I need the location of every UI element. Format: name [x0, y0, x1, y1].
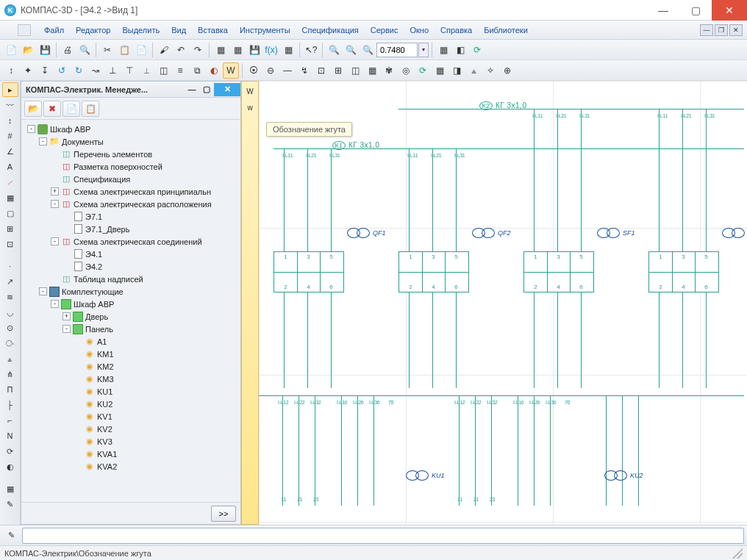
tb-btn[interactable]: ⦿ [246, 62, 262, 79]
refresh-button[interactable]: ⟳ [469, 42, 485, 58]
save2-button[interactable]: 💾 [246, 42, 262, 58]
lt-btn[interactable]: ≋ [2, 290, 18, 304]
close-button[interactable]: ✕ [712, 0, 747, 21]
menu-file[interactable]: Файл [40, 24, 68, 37]
expand-button[interactable]: - [39, 137, 47, 146]
menu-insert[interactable]: Вставка [193, 24, 232, 37]
expand-button[interactable]: - [51, 300, 59, 308]
lt-btn[interactable]: · [2, 259, 18, 273]
tb-btn[interactable]: ⟳ [415, 62, 431, 79]
new-button[interactable]: 📄 [3, 42, 19, 58]
tree-node[interactable]: Э7.1 [24, 210, 239, 223]
tree-node[interactable]: ◉KM1 [24, 348, 239, 360]
tree-node[interactable]: ◉KV3 [24, 435, 239, 448]
tree-node[interactable]: -◫Схема электрическая расположения [24, 198, 239, 210]
lt-btn[interactable]: A [2, 159, 18, 174]
zoom-fit-button[interactable]: 🔍 [326, 42, 342, 58]
tb-btn[interactable]: ▦ [364, 62, 380, 79]
lt-btn[interactable]: 〰 [2, 98, 18, 112]
new-item-button[interactable]: 📄 [62, 101, 80, 117]
tree-node[interactable]: -Панель [24, 323, 239, 335]
doc-minimize-button[interactable]: — [700, 24, 713, 36]
doc-close-button[interactable]: ✕ [729, 24, 743, 36]
lt-btn[interactable]: ⧃ [2, 336, 18, 351]
lt-btn[interactable]: ⊙ [2, 320, 18, 335]
help-arrow-button[interactable]: ↖? [303, 42, 319, 58]
lt-btn[interactable]: ⊞ [2, 221, 18, 236]
lt-btn[interactable]: ◡ [2, 305, 18, 320]
tb-btn[interactable]: ◫ [347, 62, 363, 79]
wire-label-button[interactable]: W [223, 62, 239, 79]
lt-btn[interactable]: ▢ [2, 206, 18, 220]
menu-select[interactable]: Выделить [118, 24, 164, 37]
tb-btn[interactable]: ✧ [482, 62, 498, 79]
lt-btn[interactable]: ⟳ [2, 444, 18, 459]
zoom-out-button[interactable]: 🔍 [360, 42, 376, 58]
open-button[interactable]: 📂 [20, 42, 36, 58]
expand-button[interactable]: - [51, 200, 59, 208]
expand-button[interactable]: >> [211, 506, 236, 522]
lt-btn[interactable]: ▦ [2, 190, 18, 205]
tb-btn[interactable]: ▦ [229, 42, 246, 58]
fx-button[interactable]: f(x) [263, 42, 279, 58]
tree-node[interactable]: ◉KU1 [24, 385, 239, 398]
tree-node[interactable]: ◉KM2 [24, 360, 239, 373]
tree-node[interactable]: -Шкаф АВР [24, 298, 239, 310]
tree-node[interactable]: -◫Схема электрическая соединений [24, 235, 239, 248]
minimize-button[interactable]: — [647, 0, 679, 21]
tb-btn[interactable]: ↧ [37, 62, 53, 79]
tb-btn[interactable]: ⊡ [313, 62, 329, 79]
tb-btn[interactable]: ▦ [432, 62, 448, 79]
tree-node[interactable]: +Дверь [24, 310, 239, 323]
menu-editor[interactable]: Редактор [71, 24, 115, 37]
lt-cursor[interactable]: ▸ [2, 82, 18, 97]
tb-btn[interactable]: ◎ [398, 62, 414, 79]
menu-view[interactable]: Вид [167, 24, 190, 37]
tree-node[interactable]: ◉KVA1 [24, 448, 239, 460]
tb-btn[interactable]: ⟁ [465, 62, 482, 79]
lt-btn[interactable]: ✎ [2, 497, 18, 511]
lt-btn[interactable]: # [2, 129, 18, 143]
lt-btn[interactable]: Π [2, 382, 18, 397]
panel-minimize-button[interactable]: — [185, 83, 199, 96]
tree-node[interactable]: Э4.1 [24, 248, 239, 260]
print-button[interactable]: 🖨 [60, 42, 76, 58]
brush-button[interactable]: 🖌 [156, 42, 172, 58]
menu-tools[interactable]: Инструменты [235, 24, 295, 37]
tb-btn[interactable]: ✦ [20, 62, 36, 79]
tb-btn[interactable]: ↝ [87, 62, 104, 79]
tree-node[interactable]: -Комплектующие [24, 285, 239, 298]
tree-node[interactable]: ◉KV1 [24, 410, 239, 423]
tb-btn[interactable]: ⟂ [138, 62, 154, 79]
expand-button[interactable]: - [27, 125, 35, 133]
panel-restore-button[interactable]: ▢ [199, 83, 214, 96]
tree-node[interactable]: -📁Документы [24, 135, 239, 148]
project-tree[interactable]: -Шкаф АВР-📁Документы◫Перечень элементов◫… [21, 120, 240, 502]
paste-button[interactable]: 📄 [133, 42, 149, 58]
menu-help[interactable]: Справка [436, 24, 476, 37]
tb-btn[interactable]: — [279, 62, 296, 79]
lt-btn[interactable]: ↗ [2, 274, 18, 289]
command-input[interactable] [22, 528, 744, 544]
tb-btn[interactable]: ↯ [296, 62, 312, 79]
maximize-button[interactable]: ▢ [679, 0, 712, 21]
tree-node[interactable]: ◉KVA2 [24, 460, 239, 473]
tb-btn[interactable]: ◧ [452, 42, 468, 58]
expand-button[interactable]: - [51, 237, 59, 245]
tb-btn[interactable]: ▦ [435, 42, 451, 58]
zoom-input[interactable] [376, 43, 418, 57]
tb-btn[interactable]: ◐ [206, 62, 222, 79]
drawing-canvas[interactable]: Обозначение жгута К1КГ 3х1,0К2КГ 3х1,0I-… [259, 81, 747, 525]
tree-node[interactable]: ◉KU2 [24, 398, 239, 410]
panel-close-button[interactable]: ✕ [214, 83, 240, 96]
tb-btn[interactable]: ⊞ [330, 62, 346, 79]
tb-btn[interactable]: ✾ [381, 62, 397, 79]
tree-node[interactable]: -Шкаф АВР [24, 123, 239, 135]
copy-button[interactable]: 📋 [116, 42, 132, 58]
tb-btn[interactable]: ↺ [54, 62, 70, 79]
tree-node[interactable]: ◫Разметка поверхностей [24, 160, 239, 173]
expand-button[interactable]: - [62, 325, 71, 333]
tb-btn[interactable]: ≡ [172, 62, 188, 79]
tb-btn[interactable]: ⧉ [189, 62, 205, 79]
tree-node[interactable]: ◫Перечень элементов [24, 148, 239, 160]
